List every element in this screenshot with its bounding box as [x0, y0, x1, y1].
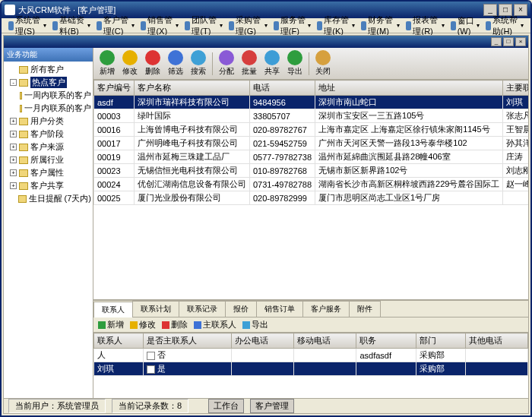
- menu-item[interactable]: 采购管理(G)▾: [226, 14, 270, 37]
- tree-node[interactable]: +客户属性: [4, 166, 93, 179]
- col-header[interactable]: 部门: [416, 333, 465, 349]
- menu-item[interactable]: 库存管理(K)▾: [315, 14, 357, 37]
- col-header[interactable]: 是否主联系人: [144, 333, 232, 349]
- detail-tab[interactable]: 客户服务: [302, 301, 350, 317]
- toolbar-新增[interactable]: 新增: [98, 50, 116, 77]
- detail-tab[interactable]: 联系计划: [132, 301, 179, 317]
- checkbox[interactable]: [147, 365, 155, 374]
- mdi-minimize[interactable]: _: [491, 37, 502, 46]
- menu-item[interactable]: 窗口(W)▾: [448, 15, 482, 36]
- menu-item[interactable]: 客户管理(C)▾: [94, 14, 137, 37]
- toolbar-筛选[interactable]: 筛选: [166, 50, 185, 77]
- toolbar-关闭[interactable]: 关闭: [314, 50, 332, 77]
- tree-node[interactable]: +所属行业: [4, 153, 93, 166]
- tree[interactable]: 所有客户-热点客户一周内联系的客户一月内联系的客户+用户分类+客户阶段+客户来源…: [4, 62, 93, 398]
- toolbar-共享[interactable]: 共享: [263, 50, 281, 77]
- tree-node[interactable]: -热点客户: [4, 76, 93, 89]
- menubar: 系统管理(S)▾基础资料(B)▾客户管理(C)▾销售管理(X)▾团队管理(T)▾…: [2, 18, 530, 33]
- status-count: 当前记录条数：8: [112, 399, 188, 413]
- col-header[interactable]: 客户编号: [94, 81, 135, 96]
- checkbox[interactable]: [147, 352, 155, 360]
- detail-tab[interactable]: 附件: [349, 301, 381, 317]
- detail-tb-修改[interactable]: 修改: [130, 319, 156, 330]
- bottom-tab-customer[interactable]: 客户管理: [250, 399, 294, 413]
- col-header[interactable]: 地址: [315, 81, 503, 96]
- col-header[interactable]: 办公电话: [232, 333, 294, 349]
- detail-panel: 联系人联系计划联系记录报价销售订单客户服务附件 新增修改删除主联系人导出 联系人…: [93, 299, 528, 398]
- menu-item[interactable]: 团队管理(T)▾: [182, 14, 225, 37]
- tree-node-child[interactable]: 一月内联系的客户: [4, 102, 93, 115]
- col-header[interactable]: 客户名称: [135, 81, 250, 96]
- menu-item[interactable]: 系统管理(S)▾: [6, 14, 49, 37]
- status-user: 当前用户：系统管理员: [8, 399, 106, 413]
- toolbar-分配[interactable]: 分配: [217, 50, 236, 77]
- mdi-close[interactable]: ×: [515, 37, 526, 46]
- menu-item[interactable]: 服务管理(F)▾: [271, 14, 314, 37]
- menu-item[interactable]: 系统帮助(H)▾: [483, 14, 526, 37]
- table-row[interactable]: 00017广州明峰电子科技有限公司021-59452759广州市天河区天警一路段…: [94, 137, 529, 150]
- col-header[interactable]: 职务: [356, 333, 416, 349]
- detail-tb-导出[interactable]: 导出: [242, 319, 268, 330]
- detail-grid[interactable]: 联系人是否主联系人办公电话移动电话职务部门其他电话人 否asdfasdf采购部刘…: [93, 333, 528, 398]
- mdi-titlebar: _ □ ×: [4, 36, 528, 48]
- tree-node[interactable]: +客户来源: [4, 141, 93, 153]
- statusbar: 当前用户：系统管理员 当前记录条数：8 工作台 客户管理: [4, 398, 528, 413]
- table-row[interactable]: 00023无锡信恒光电科技有限公司010-89782768无锡市新区新界路102…: [94, 164, 529, 178]
- table-row[interactable]: 人 否asdfasdf采购部: [94, 349, 528, 362]
- table-row[interactable]: 00003绿叶国际33805707深圳市宝安区一三五路105号张志凡刘翔7878…: [94, 109, 529, 123]
- tree-node[interactable]: +客户阶段: [4, 128, 93, 141]
- tree-node[interactable]: 生日提醒 (7天内): [4, 192, 93, 205]
- mdi-restore[interactable]: □: [503, 37, 514, 46]
- menu-item[interactable]: 基础资料(B)▾: [50, 14, 93, 37]
- sidebar: 业务功能 所有客户-热点客户一周内联系的客户一月内联系的客户+用户分类+客户阶段…: [4, 48, 93, 398]
- menu-item[interactable]: 销售管理(X)▾: [138, 14, 181, 37]
- table-row[interactable]: 00024优创汇湖南信息设备有限公司0731-49782788湖南省长沙市高新区…: [94, 178, 529, 191]
- detail-tb-删除[interactable]: 删除: [162, 319, 188, 330]
- detail-tb-主联系人[interactable]: 主联系人: [194, 319, 236, 330]
- detail-tab[interactable]: 销售订单: [256, 301, 303, 317]
- detail-toolbar: 新增修改删除主联系人导出: [93, 317, 528, 333]
- tree-node[interactable]: 所有客户: [4, 63, 93, 76]
- menu-item[interactable]: 财务管理(M)▾: [359, 14, 402, 37]
- toolbar-修改[interactable]: 修改: [121, 50, 139, 77]
- tree-node-child[interactable]: 一周内联系的客户: [4, 89, 93, 102]
- toolbar-导出[interactable]: 导出: [286, 50, 304, 77]
- table-row[interactable]: 00016上海曾博电子科技有限公司020-89782767上海市嘉定区 上海嘉定…: [94, 123, 529, 137]
- detail-tab[interactable]: 报价: [225, 301, 257, 317]
- col-header[interactable]: 联系人: [94, 333, 144, 349]
- col-header[interactable]: 电话: [250, 81, 315, 96]
- toolbar: 新增修改删除筛选搜索分配批量共享导出关闭: [93, 48, 528, 80]
- toolbar-搜索[interactable]: 搜索: [189, 50, 207, 77]
- toolbar-批量[interactable]: 批量: [240, 50, 258, 77]
- bottom-tab-workspace[interactable]: 工作台: [208, 399, 244, 413]
- table-row[interactable]: 00025厦门光业股份有限公司020-89782999厦门市思明区尚志工业区1号…: [94, 191, 529, 205]
- table-row[interactable]: asdf深圳市瑞祥科技有限公司9484956深圳市南山蛇口刘琪张一凡: [94, 96, 529, 109]
- detail-tab[interactable]: 联系人: [93, 302, 133, 317]
- menu-item[interactable]: 报表管理(R)▾: [404, 14, 446, 37]
- col-header[interactable]: 移动电话: [294, 333, 356, 349]
- table-row[interactable]: 刘琪 是采购部: [94, 362, 528, 376]
- col-header[interactable]: 主要联系人: [503, 81, 528, 96]
- col-header[interactable]: 其他电话: [465, 333, 527, 349]
- tree-node[interactable]: +客户共享: [4, 179, 93, 192]
- main-grid[interactable]: 客户编号客户名称电话地址主要联系人拥有者联系人电话联系人手机传真asdf深圳市瑞…: [93, 80, 528, 299]
- table-row[interactable]: 00019温州市延梅三珠建工品厂0577-79782738温州市延綿曲滨围延县路…: [94, 150, 529, 164]
- detail-tabs: 联系人联系计划联系记录报价销售订单客户服务附件: [93, 301, 528, 317]
- detail-tab[interactable]: 联系记录: [179, 301, 226, 317]
- detail-tb-新增[interactable]: 新增: [98, 319, 124, 330]
- sidebar-title: 业务功能: [4, 48, 93, 62]
- tree-node[interactable]: +用户分类: [4, 115, 93, 128]
- toolbar-删除[interactable]: 删除: [144, 50, 162, 77]
